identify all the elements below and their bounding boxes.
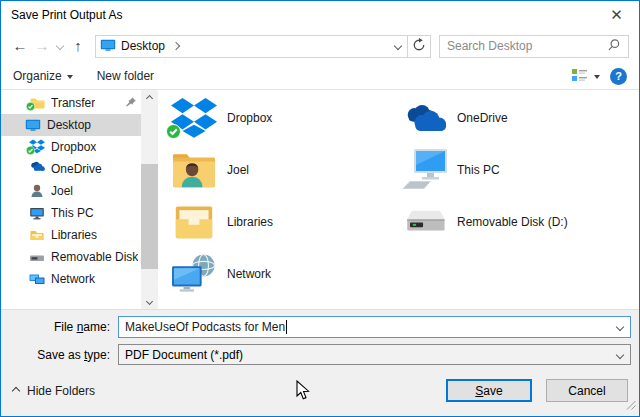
sidebar-item-transfer[interactable]: Transfer	[1, 92, 141, 114]
file-item-label: OneDrive	[457, 111, 508, 125]
file-name-dropdown-button[interactable]	[610, 324, 630, 330]
save-button[interactable]: Save	[446, 379, 532, 402]
sidebar-item-onedrive[interactable]: OneDrive	[1, 158, 141, 180]
sidebar-item-label: Network	[51, 272, 95, 286]
file-item-removable-disk[interactable]: Removable Disk (D:)	[391, 196, 629, 248]
content-area: Transfer Desktop Dropbox OneDrive	[1, 90, 639, 309]
refresh-button[interactable]	[408, 35, 431, 58]
user-icon	[29, 183, 45, 199]
navigation-bar: ← → ↑ Desktop Search Desktop	[1, 29, 639, 63]
new-folder-button[interactable]: New folder	[97, 69, 154, 83]
pc-icon	[29, 205, 45, 221]
chevron-down-icon	[616, 323, 624, 331]
sidebar-item-network[interactable]: Network	[1, 268, 141, 290]
sidebar-scrollbar[interactable]	[141, 90, 158, 309]
address-dropdown-icon[interactable]	[394, 42, 402, 50]
file-item-onedrive[interactable]: OneDrive	[391, 92, 629, 144]
sidebar-item-label: Transfer	[51, 96, 95, 110]
dialog-footer: File name: MakeUseOf Podcasts for Men Sa…	[1, 309, 639, 416]
sidebar-item-label: Dropbox	[51, 140, 96, 154]
back-button[interactable]: ←	[9, 35, 31, 57]
sidebar-item-libraries[interactable]: Libraries	[1, 224, 141, 246]
title-bar: Save Print Output As ✕	[1, 1, 639, 29]
sidebar-item-joel[interactable]: Joel	[1, 180, 141, 202]
cancel-button[interactable]: Cancel	[546, 379, 628, 402]
file-name-input[interactable]: MakeUseOf Podcasts for Men	[118, 316, 631, 338]
change-view-button[interactable]	[571, 68, 600, 85]
up-arrow-icon: ↑	[74, 37, 82, 54]
network-icon	[170, 252, 218, 296]
refresh-icon	[412, 38, 426, 55]
scroll-up-button[interactable]	[141, 90, 158, 106]
sync-check-icon	[166, 124, 181, 142]
sidebar-item-desktop[interactable]: Desktop	[1, 114, 141, 136]
up-button[interactable]: ↑	[67, 35, 89, 57]
back-arrow-icon: ←	[13, 37, 28, 54]
address-bar[interactable]: Desktop	[95, 35, 408, 58]
file-item-label: Joel	[227, 163, 249, 177]
file-item-this-pc[interactable]: This PC	[391, 144, 629, 196]
file-item-label: Dropbox	[227, 111, 272, 125]
file-item-label: This PC	[457, 163, 500, 177]
views-icon	[571, 68, 589, 85]
chevron-up-icon	[146, 94, 153, 101]
dropbox-icon	[29, 139, 45, 155]
scroll-down-button[interactable]	[141, 293, 158, 309]
window-title: Save Print Output As	[11, 8, 122, 22]
dropbox-icon	[170, 96, 218, 140]
file-item-libraries[interactable]: Libraries	[161, 196, 391, 248]
mouse-cursor-icon	[296, 380, 310, 404]
file-item-label: Network	[227, 267, 271, 281]
file-item-joel[interactable]: Joel	[161, 144, 391, 196]
sidebar-item-this-pc[interactable]: This PC	[1, 202, 141, 224]
sidebar-item-dropbox[interactable]: Dropbox	[1, 136, 141, 158]
libraries-icon	[170, 200, 218, 244]
forward-button[interactable]: →	[31, 35, 53, 57]
sidebar-item-label: This PC	[51, 206, 94, 220]
breadcrumb-chevron-icon[interactable]	[172, 42, 180, 50]
save-as-type-label: Save as type:	[1, 348, 118, 362]
desktop-monitor-icon	[25, 117, 41, 133]
file-list: Dropbox OneDrive Joel This PC Libraries	[161, 92, 629, 300]
close-icon: ✕	[610, 6, 623, 24]
command-toolbar: Organize New folder ?	[1, 63, 639, 90]
resize-grip[interactable]	[626, 399, 636, 413]
desktop-location-icon	[100, 37, 116, 56]
sidebar-item-removable-disk[interactable]: Removable Disk	[1, 246, 141, 268]
close-button[interactable]: ✕	[594, 1, 639, 29]
sidebar-item-label: OneDrive	[51, 162, 102, 176]
file-item-network[interactable]: Network	[161, 248, 391, 300]
file-name-value: MakeUseOf Podcasts for Men	[125, 320, 285, 334]
file-item-label: Libraries	[227, 215, 273, 229]
network-icon	[29, 271, 45, 287]
organize-button[interactable]: Organize	[13, 69, 73, 83]
file-item-dropbox[interactable]: Dropbox	[161, 92, 391, 144]
onedrive-icon	[29, 161, 45, 177]
file-item-label: Removable Disk (D:)	[457, 215, 568, 229]
folder-icon	[29, 95, 45, 111]
hide-folders-button[interactable]: Hide Folders	[13, 384, 95, 398]
pin-icon	[125, 96, 137, 111]
sidebar-item-label: Joel	[51, 184, 73, 198]
text-caret	[286, 320, 287, 334]
search-input[interactable]: Search Desktop	[439, 35, 629, 58]
breadcrumb[interactable]: Desktop	[121, 39, 165, 53]
navigation-pane: Transfer Desktop Dropbox OneDrive	[1, 92, 141, 290]
sync-check-icon	[26, 144, 35, 158]
help-button[interactable]: ?	[610, 68, 627, 85]
chevron-up-icon	[12, 387, 20, 395]
chevron-down-icon	[616, 350, 624, 358]
sidebar-item-label: Removable Disk	[51, 250, 138, 264]
chevron-down-icon	[146, 297, 153, 304]
drive-icon	[29, 249, 45, 265]
search-icon	[607, 38, 621, 55]
scrollbar-thumb[interactable]	[141, 164, 158, 269]
onedrive-icon	[400, 96, 448, 140]
sidebar-item-label: Libraries	[51, 228, 97, 242]
forward-arrow-icon: →	[35, 37, 50, 54]
save-type-dropdown-button[interactable]	[610, 352, 630, 358]
save-as-type-select[interactable]: PDF Document (*.pdf)	[118, 344, 631, 365]
recent-locations-button[interactable]	[53, 43, 67, 49]
chevron-down-icon	[56, 42, 64, 50]
drive-icon	[400, 200, 448, 244]
